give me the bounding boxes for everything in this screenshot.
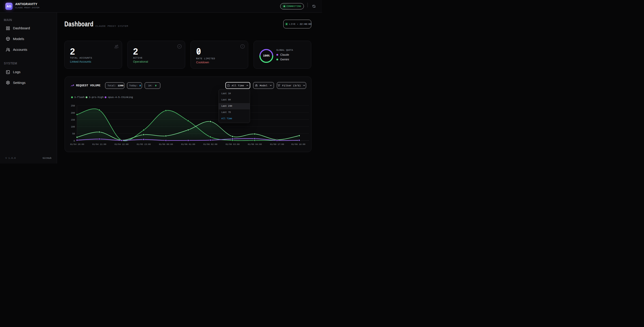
svg-text:01/06 03:00: 01/06 03:00 <box>226 143 240 146</box>
svg-text:01/06 00:00: 01/06 00:00 <box>159 143 173 146</box>
svg-text:200: 200 <box>71 112 75 114</box>
svg-text:01/06 04:00: 01/06 04:00 <box>248 143 262 146</box>
svg-text:01/08 17:00: 01/08 17:00 <box>270 143 284 146</box>
svg-text:01/06 02:00: 01/06 02:00 <box>203 143 217 146</box>
svg-text:250: 250 <box>71 105 75 107</box>
svg-text:50: 50 <box>72 133 75 135</box>
svg-text:01/04 21:00: 01/04 21:00 <box>92 143 106 146</box>
svg-text:0: 0 <box>74 140 75 142</box>
svg-text:01/06 01:00: 01/06 01:00 <box>181 143 195 146</box>
svg-text:01/08 18:00: 01/08 18:00 <box>291 143 306 146</box>
svg-text:01/05 23:00: 01/05 23:00 <box>137 143 151 146</box>
svg-text:150: 150 <box>71 119 75 121</box>
svg-text:100: 100 <box>71 126 75 128</box>
svg-text:01/04 20:00: 01/04 20:00 <box>70 143 84 146</box>
svg-text:01/04 22:00: 01/04 22:00 <box>114 143 128 146</box>
